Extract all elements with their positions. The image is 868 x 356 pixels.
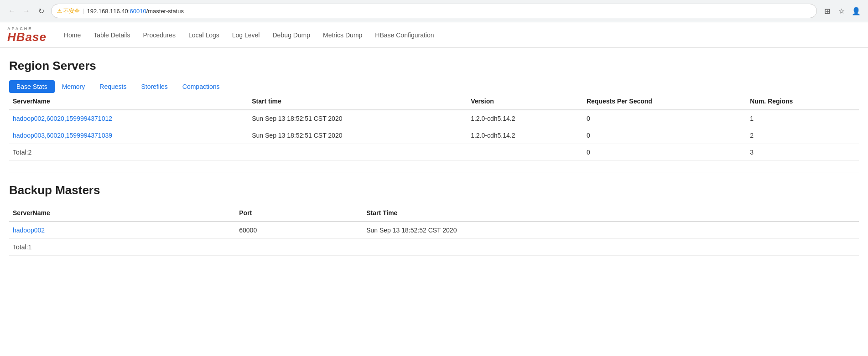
region-servers-table: ServerName Start time Version Requests P… xyxy=(9,93,859,161)
logo-hbase: HBase xyxy=(7,30,47,44)
total-label: Total:2 xyxy=(9,144,248,161)
account-button[interactable]: 👤 xyxy=(850,5,863,17)
bm-total-port xyxy=(235,239,363,256)
address-url: 192.168.116.40:60010/master-status xyxy=(87,8,811,15)
backup-masters-header-row: ServerName Port Start Time xyxy=(9,205,859,222)
total-start-time xyxy=(248,144,467,161)
tab-compactions[interactable]: Compactions xyxy=(175,80,227,93)
bm-start-time-1: Sun Sep 13 18:52:52 CST 2020 xyxy=(363,222,859,239)
nav-links: Home Table Details Procedures Local Logs… xyxy=(57,22,441,47)
bookmark-button[interactable]: ☆ xyxy=(835,5,848,17)
start-time-1: Sun Sep 13 18:52:51 CST 2020 xyxy=(248,110,467,127)
bm-port-1: 60000 xyxy=(235,222,363,239)
reload-button[interactable]: ↻ xyxy=(35,5,47,17)
col-requests-per-second: Requests Per Second xyxy=(583,93,746,110)
main-content: Region Servers Base Stats Memory Request… xyxy=(0,48,868,267)
forward-button[interactable]: → xyxy=(20,5,33,17)
table-row-total: Total:2 0 3 xyxy=(9,144,859,161)
num-regions-2: 2 xyxy=(746,127,859,144)
backup-masters-section: Backup Masters ServerName Port Start Tim… xyxy=(9,183,859,256)
tab-memory[interactable]: Memory xyxy=(55,80,93,93)
bm-col-server-name: ServerName xyxy=(9,205,235,222)
table-row: hadoop002,60020,1599994371012 Sun Sep 13… xyxy=(9,110,859,127)
url-path: /master-status xyxy=(146,8,184,15)
bm-col-port: Port xyxy=(235,205,363,222)
back-button[interactable]: ← xyxy=(5,5,18,17)
tab-base-stats[interactable]: Base Stats xyxy=(9,80,55,93)
backup-masters-title: Backup Masters xyxy=(9,183,859,197)
requests-2: 0 xyxy=(583,127,746,144)
nav-table-details[interactable]: Table Details xyxy=(87,22,136,47)
table-row: hadoop002 60000 Sun Sep 13 18:52:52 CST … xyxy=(9,222,859,239)
col-server-name: ServerName xyxy=(9,93,248,110)
nav-hbase-config[interactable]: HBase Configuration xyxy=(369,22,440,47)
browser-actions: ⊞ ☆ 👤 xyxy=(821,5,863,17)
url-port: :60010 xyxy=(128,8,146,15)
nav-home[interactable]: Home xyxy=(57,22,87,47)
logo: APACHE HBase xyxy=(7,27,47,43)
address-bar[interactable]: ⚠ 不安全 | 192.168.116.40:60010/master-stat… xyxy=(51,4,817,18)
region-servers-title: Region Servers xyxy=(9,59,859,73)
navbar: APACHE HBase Home Table Details Procedur… xyxy=(0,22,868,48)
bm-server-name-link-1[interactable]: hadoop002 xyxy=(13,227,45,234)
backup-masters-table: ServerName Port Start Time hadoop002 600… xyxy=(9,205,859,256)
nav-metrics-dump[interactable]: Metrics Dump xyxy=(317,22,369,47)
region-servers-tabs: Base Stats Memory Requests Storefiles Co… xyxy=(9,80,859,93)
version-2: 1.2.0-cdh5.14.2 xyxy=(467,127,583,144)
nav-debug-dump[interactable]: Debug Dump xyxy=(266,22,317,47)
server-name-link-2[interactable]: hadoop003,60020,1599994371039 xyxy=(13,132,112,139)
start-time-2: Sun Sep 13 18:52:51 CST 2020 xyxy=(248,127,467,144)
browser-toolbar: ← → ↻ ⚠ 不安全 | 192.168.116.40:60010/maste… xyxy=(0,0,868,22)
requests-1: 0 xyxy=(583,110,746,127)
total-regions: 3 xyxy=(746,144,859,161)
region-servers-header-row: ServerName Start time Version Requests P… xyxy=(9,93,859,110)
tab-storefiles[interactable]: Storefiles xyxy=(134,80,175,93)
col-version: Version xyxy=(467,93,583,110)
nav-buttons: ← → ↻ xyxy=(5,5,47,17)
server-name-link-1[interactable]: hadoop002,60020,1599994371012 xyxy=(13,115,112,122)
col-start-time: Start time xyxy=(248,93,467,110)
page-content: APACHE HBase Home Table Details Procedur… xyxy=(0,22,868,267)
col-num-regions: Num. Regions xyxy=(746,93,859,110)
tab-requests[interactable]: Requests xyxy=(92,80,134,93)
version-1: 1.2.0-cdh5.14.2 xyxy=(467,110,583,127)
nav-log-level[interactable]: Log Level xyxy=(226,22,266,47)
table-row-total: Total:1 xyxy=(9,239,859,256)
separator: | xyxy=(83,8,84,14)
url-prefix: 192.168.116.40 xyxy=(87,8,128,15)
total-version xyxy=(467,144,583,161)
total-requests: 0 xyxy=(583,144,746,161)
nav-procedures[interactable]: Procedures xyxy=(136,22,182,47)
browser-chrome: ← → ↻ ⚠ 不安全 | 192.168.116.40:60010/maste… xyxy=(0,0,868,22)
bm-total-label: Total:1 xyxy=(9,239,235,256)
bm-col-start-time: Start Time xyxy=(363,205,859,222)
num-regions-1: 1 xyxy=(746,110,859,127)
nav-local-logs[interactable]: Local Logs xyxy=(182,22,226,47)
table-row: hadoop003,60020,1599994371039 Sun Sep 13… xyxy=(9,127,859,144)
bm-total-start-time xyxy=(363,239,859,256)
security-warning: ⚠ 不安全 xyxy=(57,7,80,15)
section-divider xyxy=(9,172,859,172)
region-servers-section: Region Servers Base Stats Memory Request… xyxy=(9,59,859,161)
translate-button[interactable]: ⊞ xyxy=(821,5,833,17)
